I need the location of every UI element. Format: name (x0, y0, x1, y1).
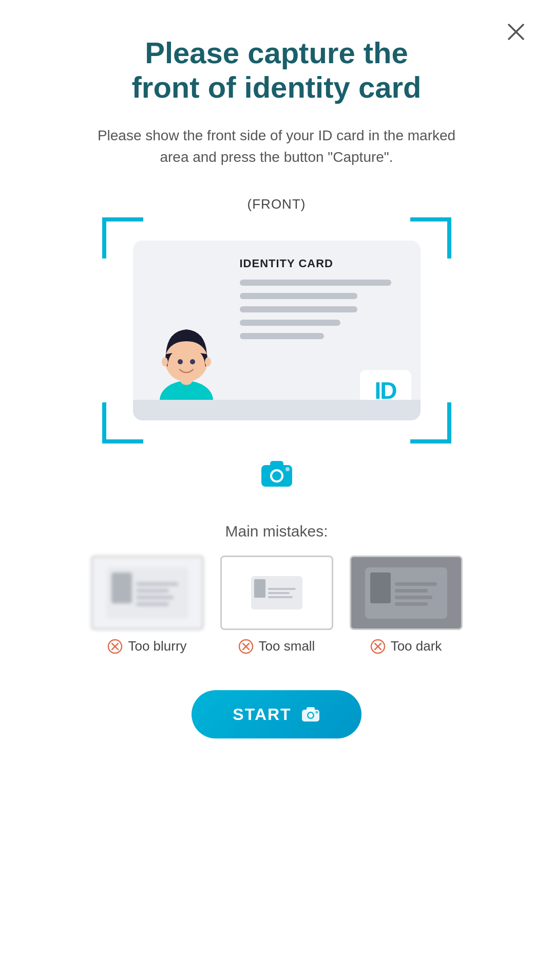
small-card-inner (251, 576, 302, 609)
frame-wrapper: IDENTITY CARD ID (102, 217, 451, 443)
svg-point-13 (285, 467, 290, 471)
svg-rect-12 (270, 461, 283, 467)
svg-rect-26 (307, 707, 315, 711)
mini-lines-dark (395, 572, 442, 614)
mistake-label-small: Too small (238, 638, 315, 654)
mistakes-title: Main mistakes: (225, 523, 328, 540)
mistake-image-small (220, 556, 333, 630)
error-icon-dark (370, 639, 386, 654)
id-card-illustration: IDENTITY CARD ID (133, 241, 421, 420)
mistake-item-small: Too small (220, 556, 333, 654)
mistakes-grid: Too blurry (71, 556, 482, 654)
mistake-image-blurry (91, 556, 204, 630)
svg-point-25 (308, 713, 313, 718)
small-mini-lines (268, 579, 299, 606)
svg-point-7 (162, 357, 168, 366)
mistake-item-dark: Too dark (350, 556, 463, 654)
camera-icon (259, 456, 295, 492)
start-button-label: START (233, 705, 291, 724)
mini-lines-blurry (136, 572, 183, 614)
mini-photo-dark (370, 572, 391, 603)
info-line-1 (240, 280, 391, 286)
start-camera-icon (301, 705, 320, 724)
close-icon (507, 23, 525, 41)
info-line-2 (240, 293, 358, 299)
svg-point-5 (178, 359, 183, 364)
front-label: (FRONT) (247, 196, 306, 212)
card-photo-area (145, 253, 227, 408)
svg-point-8 (205, 357, 211, 366)
mistakes-section: Main mistakes: (71, 523, 482, 654)
mistake-item-blurry: Too blurry (91, 556, 204, 654)
svg-point-27 (315, 711, 318, 714)
mini-photo-blurry (111, 572, 132, 603)
card-bottom-strip (133, 400, 421, 420)
mistake-image-dark (350, 556, 463, 630)
mini-card-blurry (106, 567, 188, 619)
svg-point-11 (272, 471, 281, 480)
subtitle-text: Please show the front side of your ID ca… (97, 125, 456, 168)
start-button[interactable]: START (192, 690, 361, 738)
svg-point-6 (190, 359, 195, 364)
page-title: Please capture the front of identity car… (132, 36, 422, 104)
capture-area: (FRONT) (102, 196, 451, 492)
small-mini-photo (254, 579, 265, 598)
error-icon-blurry (107, 639, 123, 654)
info-line-3 (240, 306, 358, 312)
error-icon-small (238, 639, 254, 654)
card-title: IDENTITY CARD (240, 257, 408, 270)
mini-card-dark (365, 567, 447, 619)
page-container: Please capture the front of identity car… (0, 0, 553, 980)
camera-icon-wrapper (259, 456, 295, 492)
mistake-label-dark: Too dark (370, 638, 442, 654)
mistake-label-blurry: Too blurry (107, 638, 186, 654)
close-button[interactable] (505, 21, 527, 43)
info-line-5 (240, 333, 324, 339)
info-line-4 (240, 320, 341, 326)
person-illustration (153, 318, 220, 408)
